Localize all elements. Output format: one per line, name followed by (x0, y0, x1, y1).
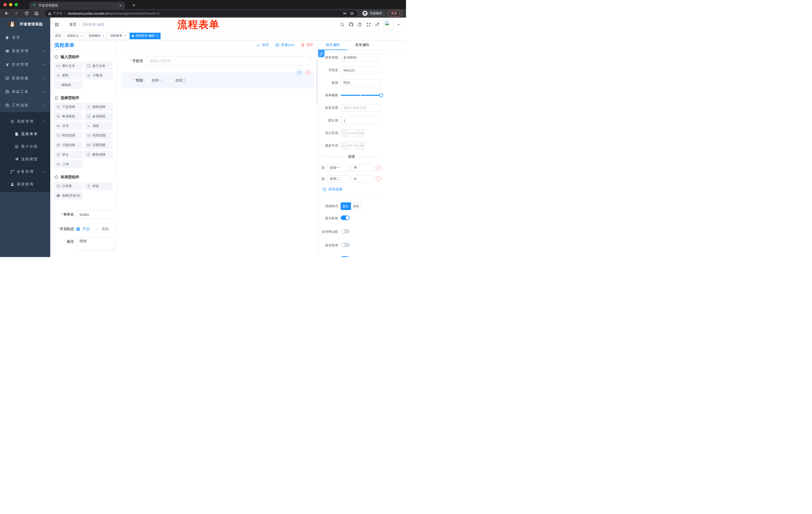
remove-option-button[interactable]: − (376, 165, 381, 170)
drag-handle-icon[interactable] (321, 166, 325, 170)
tab-component-props[interactable]: 组件属性 (318, 40, 347, 50)
clear-button[interactable]: 清空 (301, 43, 313, 47)
sidebar-item-user-groups[interactable]: 用户分组 (0, 140, 50, 153)
sidebar-item-home[interactable]: 首页 (0, 31, 50, 44)
canvas-scrollbar[interactable] (316, 61, 318, 105)
sidebar-collapse-icon[interactable] (54, 22, 59, 27)
status-on-radio[interactable] (76, 227, 80, 231)
bookmark-star-icon[interactable] (350, 11, 354, 15)
status-off-radio[interactable] (95, 227, 99, 231)
window-controls[interactable] (3, 3, 18, 6)
view-json-button[interactable]: 查看json (276, 43, 294, 47)
new-tab-button[interactable]: + (130, 2, 137, 9)
stepper-decrease-button[interactable]: − (341, 142, 347, 149)
form-name-input[interactable]: biubiu (76, 210, 114, 219)
avatar-caret-icon[interactable] (397, 23, 400, 26)
status-off-label[interactable]: 关闭 (102, 227, 109, 231)
security-warning-icon[interactable] (48, 11, 52, 15)
show-label-toggle[interactable] (341, 216, 350, 220)
option2-label-input[interactable]: 选项二 (327, 175, 350, 183)
component-type-select[interactable]: 多选框组 (341, 54, 381, 61)
palette-item-table[interactable]: 表格[开发中] (54, 192, 83, 200)
palette-item-select[interactable]: 下拉选择 (54, 103, 83, 111)
delete-component-button[interactable] (305, 70, 311, 75)
sidebar-item-task-management[interactable]: 任务管理 (0, 165, 50, 178)
option1-label-input[interactable]: 选项一 (327, 164, 350, 171)
palette-item-color-picker[interactable]: 颜色选择 (84, 151, 113, 159)
minimize-window-button[interactable] (9, 3, 12, 6)
avatar[interactable] (384, 20, 393, 29)
remove-option-button[interactable]: − (376, 176, 381, 181)
sidebar-item-leave-query[interactable]: 请假查询 (0, 178, 50, 191)
palette-item-button[interactable]: 按钮 (84, 182, 113, 190)
tab-form-props[interactable]: 表单属性 (347, 40, 377, 50)
search-icon[interactable] (340, 22, 345, 27)
label-width-input[interactable]: 请输入标签宽度 (343, 106, 366, 110)
browser-update-button[interactable]: 更新 (388, 10, 403, 17)
breadcrumb-home[interactable]: 首页 (69, 22, 76, 27)
palette-item-counter[interactable]: 123计数器 (84, 72, 113, 79)
phone-field-input[interactable]: 请输入手机号 (146, 57, 311, 65)
maximize-window-button[interactable] (14, 3, 18, 6)
palette-item-single-text[interactable]: 单行文本 (54, 62, 83, 70)
gender-option2-label[interactable]: 选项二 (175, 78, 186, 83)
tag-close-icon[interactable]: ✕ (80, 34, 83, 37)
tag-close-icon[interactable]: ✕ (156, 34, 158, 37)
palette-item-date-range[interactable]: 日期范围 (84, 141, 113, 149)
disabled-toggle[interactable] (341, 243, 350, 247)
palette-item-date-picker[interactable]: 日期选择 (54, 141, 83, 149)
github-icon[interactable] (348, 22, 353, 27)
gender-option1-checkbox[interactable] (146, 79, 149, 82)
tag-close-icon[interactable]: ✕ (124, 34, 126, 37)
data-binding-drawer-handle[interactable] (318, 50, 325, 57)
palette-item-rate[interactable]: 评分 (54, 151, 83, 159)
form-grid-slider[interactable] (341, 91, 381, 99)
palette-item-row-container[interactable]: 行容器 (54, 182, 83, 190)
required-toggle[interactable] (341, 256, 350, 257)
palette-item-checkbox-group[interactable]: 多选框组 (84, 112, 113, 120)
forward-icon[interactable] (12, 10, 20, 17)
min-select-input[interactable]: 至少应选 (347, 130, 359, 137)
help-icon[interactable] (357, 22, 362, 27)
font-size-icon[interactable] (375, 22, 380, 27)
stepper-increase-button[interactable]: + (359, 130, 365, 137)
tag-process-model[interactable]: 流程模型✕ (86, 33, 107, 39)
palette-item-time-picker[interactable]: 时间选择 (54, 132, 83, 140)
sidebar-item-infrastructure[interactable]: 基础设施 (0, 72, 50, 85)
sidebar-item-system[interactable]: 系统管理 (0, 44, 50, 58)
drag-handle-icon[interactable] (321, 177, 325, 181)
sidebar-item-process-management[interactable]: 流程管理 (0, 115, 50, 128)
with-border-toggle[interactable] (341, 229, 350, 234)
url-bar[interactable]: 不安全 dashboard.yudao.iocoder.cn /bpm/mana… (45, 10, 357, 17)
palette-item-editor[interactable]: 编辑器 (54, 81, 83, 89)
home-icon[interactable] (33, 10, 40, 17)
max-select-input[interactable]: 最多可选 (347, 142, 359, 149)
kebab-menu-icon[interactable] (399, 11, 400, 15)
status-on-label[interactable]: 开启 (82, 227, 89, 231)
gender-option2-checkbox[interactable] (170, 79, 173, 82)
browser-tab[interactable]: 芋道管理系统 ✕ (29, 2, 125, 9)
default-value-input[interactable]: 1 (341, 117, 381, 124)
tag-process-form[interactable]: 流程表单✕ (108, 33, 128, 39)
style-default-button[interactable]: 默认 (341, 202, 351, 210)
slider-track[interactable] (341, 95, 381, 96)
tag-process-definition[interactable]: 流程定义✕ (64, 33, 85, 39)
sidebar-item-devtools[interactable]: 研发工具 (0, 85, 50, 99)
tag-home[interactable]: 首页 (53, 33, 63, 39)
palette-item-password[interactable]: 密码 (54, 72, 83, 79)
password-key-icon[interactable] (343, 11, 347, 15)
palette-item-slider[interactable]: 滑块 (84, 122, 113, 130)
title-input[interactable]: 性别 (341, 79, 381, 86)
option1-value-input[interactable]: 男 (351, 164, 374, 171)
sidebar-item-process-model[interactable]: 流程模型 (0, 153, 50, 165)
palette-item-upload[interactable]: 上传 (54, 160, 83, 168)
reload-icon[interactable] (23, 10, 30, 17)
style-button-button[interactable]: 按钮 (351, 202, 361, 210)
close-window-button[interactable] (3, 3, 7, 6)
palette-item-cascader[interactable]: 级联选择 (84, 103, 113, 111)
max-select-stepper[interactable]: − 最多可选 + (341, 142, 365, 150)
gender-option1-label[interactable]: 选项一 (151, 78, 162, 83)
tag-close-icon[interactable]: ✕ (102, 34, 104, 37)
add-option-button[interactable]: 添加选项 (323, 187, 381, 192)
tab-close-icon[interactable]: ✕ (119, 3, 122, 7)
